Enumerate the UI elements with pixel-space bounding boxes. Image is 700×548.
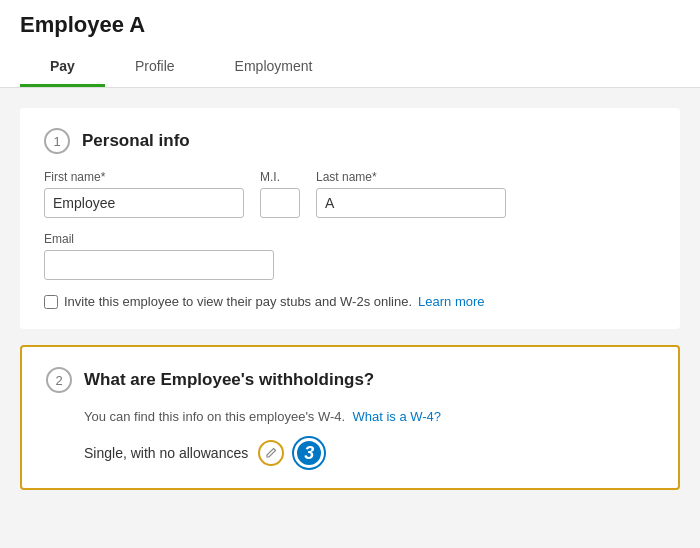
name-row: First name* M.I. Last name* [44,170,656,218]
first-name-label: First name* [44,170,244,184]
withholding-value: Single, with no allowances [84,445,248,461]
withholdings-title: What are Employee's withholdings? [84,370,374,390]
invite-checkbox[interactable] [44,295,58,309]
personal-info-title: Personal info [82,131,190,151]
withholdings-header: 2 What are Employee's withholdings? [46,367,654,393]
page-header: Employee A Pay Profile Employment [0,0,700,88]
mi-input[interactable] [260,188,300,218]
mi-group: M.I. [260,170,300,218]
invite-label: Invite this employee to view their pay s… [64,294,412,309]
page-title: Employee A [20,12,680,48]
step-1-circle: 1 [44,128,70,154]
email-input[interactable] [44,250,274,280]
tab-employment[interactable]: Employment [205,48,343,87]
learn-more-link[interactable]: Learn more [418,294,484,309]
withholdings-desc: You can find this info on this employee'… [84,409,654,424]
tab-profile[interactable]: Profile [105,48,205,87]
email-label: Email [44,232,274,246]
mi-label: M.I. [260,170,300,184]
edit-withholding-button[interactable] [258,440,284,466]
main-content: 1 Personal info First name* M.I. Last na… [0,88,700,526]
what-is-w4-link[interactable]: What is a W-4? [352,409,441,424]
last-name-group: Last name* [316,170,506,218]
step-3-badge: 3 [294,438,324,468]
personal-info-card: 1 Personal info First name* M.I. Last na… [20,108,680,329]
last-name-input[interactable] [316,188,506,218]
withholdings-value-row: Single, with no allowances 3 [84,438,654,468]
personal-info-header: 1 Personal info [44,128,656,154]
email-group: Email [44,232,274,280]
withholdings-card: 2 What are Employee's withholdings? You … [20,345,680,490]
email-row: Email [44,232,656,280]
invite-row: Invite this employee to view their pay s… [44,294,656,309]
first-name-input[interactable] [44,188,244,218]
tab-bar: Pay Profile Employment [20,48,680,87]
step-2-circle: 2 [46,367,72,393]
tab-pay[interactable]: Pay [20,48,105,87]
last-name-label: Last name* [316,170,506,184]
first-name-group: First name* [44,170,244,218]
